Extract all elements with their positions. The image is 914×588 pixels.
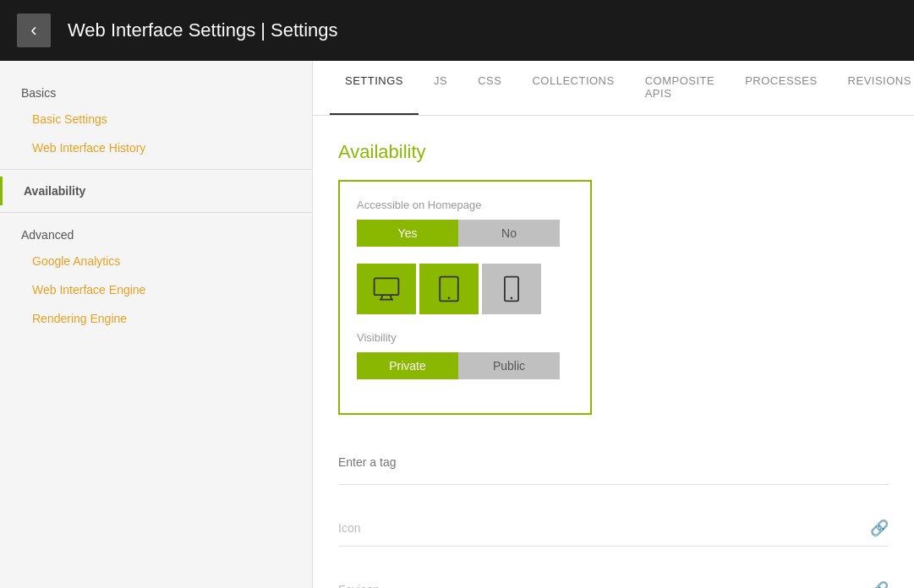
favicon-label: Favicon — [338, 583, 380, 588]
tab-processes[interactable]: PROCESSES — [730, 61, 832, 115]
tab-collections[interactable]: COLLECTIONS — [517, 61, 629, 115]
tag-input[interactable] — [338, 449, 889, 476]
svg-point-7 — [511, 297, 513, 299]
icon-label: Icon — [338, 521, 360, 535]
sidebar: Basics Basic Settings Web Interface Hist… — [0, 61, 313, 588]
tablet-icon — [434, 274, 464, 304]
icon-field-group: Icon 🔗 — [338, 510, 889, 547]
sidebar-item-rendering-engine[interactable]: Rendering Engine — [0, 304, 312, 333]
divider-2 — [0, 212, 312, 213]
tab-composite-apis[interactable]: COMPOSITE APIS — [630, 61, 731, 115]
header: ‹ Web Interface Settings | Settings — [0, 0, 914, 61]
tag-field-row — [338, 440, 889, 485]
accessible-toggle-group: Yes No — [357, 220, 573, 247]
favicon-link-icon[interactable]: 🔗 — [870, 580, 889, 588]
page-title: Web Interface Settings | Settings — [68, 19, 338, 41]
mobile-icon — [496, 274, 527, 304]
desktop-device-button[interactable] — [357, 264, 416, 314]
visibility-toggle-group: Private Public — [357, 352, 573, 379]
tab-bar: SETTINGS JS CSS COLLECTIONS COMPOSITE AP… — [313, 61, 914, 116]
tab-revisions[interactable]: REVISIONS — [833, 61, 914, 115]
sidebar-section-basics: Basics — [0, 78, 312, 105]
no-button[interactable]: No — [458, 220, 560, 247]
device-icons-group — [357, 264, 573, 314]
section-title: Availability — [338, 141, 889, 163]
tablet-device-button[interactable] — [419, 264, 479, 314]
public-button[interactable]: Public — [458, 352, 560, 379]
visibility-label: Visibility — [357, 331, 573, 344]
sidebar-item-google-analytics[interactable]: Google Analytics — [0, 247, 312, 275]
back-button[interactable]: ‹ — [17, 14, 51, 47]
tag-field-group — [338, 440, 889, 485]
divider-1 — [0, 169, 312, 170]
sidebar-item-web-interface-engine[interactable]: Web Interface Engine — [0, 275, 312, 304]
sidebar-section-advanced: Advanced — [0, 220, 312, 247]
accessible-label: Accessible on Homepage — [357, 199, 573, 211]
private-button[interactable]: Private — [357, 352, 458, 379]
svg-rect-0 — [375, 278, 399, 295]
layout: Basics Basic Settings Web Interface Hist… — [0, 61, 914, 588]
sidebar-section-availability[interactable]: Availability — [0, 177, 312, 205]
yes-button[interactable]: Yes — [357, 220, 458, 247]
availability-box: Accessible on Homepage Yes No — [338, 180, 592, 415]
sidebar-item-web-interface-history[interactable]: Web Interface History — [0, 133, 312, 162]
sidebar-item-basic-settings[interactable]: Basic Settings — [0, 105, 312, 133]
back-icon: ‹ — [30, 19, 36, 41]
icon-field-row: Icon 🔗 — [338, 510, 889, 547]
desktop-icon — [371, 274, 402, 304]
favicon-field-group: Favicon 🔗 — [338, 572, 889, 588]
svg-point-5 — [448, 297, 451, 299]
icon-link-icon[interactable]: 🔗 — [870, 519, 889, 537]
tab-settings[interactable]: SETTINGS — [330, 61, 419, 115]
tab-css[interactable]: CSS — [462, 61, 517, 115]
favicon-field-row: Favicon 🔗 — [338, 572, 889, 588]
main-panel: SETTINGS JS CSS COLLECTIONS COMPOSITE AP… — [313, 61, 914, 588]
content-area: Availability Accessible on Homepage Yes … — [313, 116, 914, 588]
tab-js[interactable]: JS — [419, 61, 462, 115]
mobile-device-button[interactable] — [482, 264, 541, 314]
